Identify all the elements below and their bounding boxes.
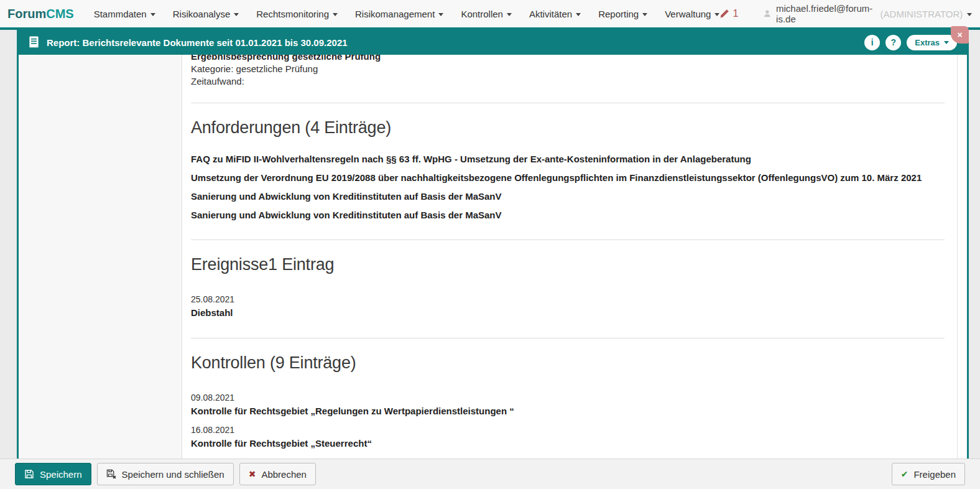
chevron-down-icon <box>333 13 338 16</box>
list-item: FAQ zu MiFID II-Wohlverhaltensregeln nac… <box>191 154 945 165</box>
entry-date: 16.08.2021 <box>191 424 945 437</box>
edit-count-indicator[interactable]: 1 <box>719 8 738 19</box>
cancel-button[interactable]: ✖ Abbrechen <box>239 463 316 485</box>
edit-count: 1 <box>733 8 738 19</box>
chevron-down-icon <box>234 13 239 16</box>
pencil-icon <box>719 9 729 19</box>
menu-label: Rechtsmonitoring <box>256 9 329 19</box>
navbar-accent-strip <box>0 27 980 30</box>
top-entry: Ergebnisbesprechung gesetzliche Prüfung … <box>191 55 945 88</box>
menu-aktivitaeten[interactable]: Aktivitäten <box>529 9 581 19</box>
list-item: 25.08.2021 Diebstahl <box>191 293 945 319</box>
anforderungen-list: FAQ zu MiFID II-Wohlverhaltensregeln nac… <box>191 154 945 221</box>
menu-label: Reporting <box>598 9 639 19</box>
chevron-down-icon <box>967 13 972 16</box>
person-icon <box>763 9 772 19</box>
menu-label: Aktivitäten <box>529 9 572 19</box>
extras-label: Extras <box>915 38 940 47</box>
extras-button[interactable]: Extras <box>907 35 957 50</box>
chevron-down-icon <box>944 41 949 44</box>
report-modal: Report: Berichtsrelevante Dokumente seit… <box>17 30 969 459</box>
report-content: Ergebnisbesprechung gesetzliche Prüfung … <box>182 55 957 459</box>
app-logo-part2: CMS <box>46 7 73 21</box>
entry-title: Kontrolle für Rechtsgebiet „Regelungen z… <box>191 404 945 417</box>
main-menu: Stammdaten Risikoanalyse Rechtsmonitorin… <box>94 9 720 19</box>
menu-label: Stammdaten <box>94 9 147 19</box>
list-item: Sanierung und Abwicklung von Kreditinsti… <box>191 210 945 221</box>
top-entry-category: Kategorie: gesetzliche Prüfung <box>191 63 945 75</box>
chevron-down-icon <box>576 13 581 16</box>
section-heading-anforderungen: Anforderungen (4 Einträge) <box>191 118 945 137</box>
cancel-button-label: Abbrechen <box>261 469 307 480</box>
menu-risikoanalyse[interactable]: Risikoanalyse <box>173 9 239 19</box>
info-button[interactable]: i <box>864 35 880 50</box>
entry-date: 09.08.2021 <box>191 391 945 404</box>
entry-title: Kontrolle für Rechtsgebiet „Steuerrecht“ <box>191 437 945 450</box>
help-icon: ? <box>890 37 896 47</box>
menu-label: Risikoanalyse <box>173 9 231 19</box>
entry-title: Diebstahl <box>191 306 945 319</box>
chevron-down-icon <box>438 13 443 16</box>
list-item: Umsetzung der Verordnung EU 2019/2088 üb… <box>191 172 945 184</box>
app-logo[interactable]: ForumCMS <box>7 7 74 21</box>
section-heading-ereignisse: Ereignisse1 Eintrag <box>191 255 945 274</box>
save-button[interactable]: Speichern <box>15 463 91 485</box>
list-item: 09.08.2021 Kontrolle für Rechtsgebiet „R… <box>191 391 945 417</box>
menu-reporting[interactable]: Reporting <box>598 9 647 19</box>
chevron-down-icon <box>150 13 155 16</box>
document-icon <box>28 35 40 49</box>
section-divider <box>191 103 945 103</box>
cancel-x-icon: ✖ <box>249 469 256 479</box>
footer-toolbar: Speichern Speichern und schließen ✖ Abbr… <box>0 459 980 489</box>
save-and-close-label: Speichern und schließen <box>122 469 224 480</box>
user-role: (ADMINISTRATOR) <box>881 9 963 19</box>
save-and-close-button[interactable]: Speichern und schließen <box>97 463 234 485</box>
info-icon: i <box>871 37 874 47</box>
checkmark-icon: ✔ <box>901 469 908 479</box>
user-menu[interactable]: michael.friedel@forum-is.de (ADMINISTRAT… <box>763 3 972 24</box>
top-entry-effort: Zeitaufwand: <box>191 75 945 88</box>
user-email: michael.friedel@forum-is.de <box>776 3 876 24</box>
ereignisse-list: 25.08.2021 Diebstahl <box>191 293 945 319</box>
chevron-down-icon <box>507 13 512 16</box>
menu-risikomanagement[interactable]: Risikomanagement <box>355 9 443 19</box>
menu-kontrollen[interactable]: Kontrollen <box>461 9 512 19</box>
menu-label: Verwaltung <box>665 9 711 19</box>
save-button-label: Speichern <box>40 469 82 480</box>
section-heading-kontrollen: Kontrollen (9 Einträge) <box>191 353 945 373</box>
chevron-down-icon <box>642 13 647 16</box>
modal-body: Ergebnisbesprechung gesetzliche Prüfung … <box>19 55 967 459</box>
save-close-icon <box>106 469 116 479</box>
menu-label: Kontrollen <box>461 9 503 19</box>
menu-verwaltung[interactable]: Verwaltung <box>665 9 719 19</box>
scrollbar-track[interactable] <box>957 55 967 459</box>
entry-date: 25.08.2021 <box>191 293 945 306</box>
release-button-label: Freigeben <box>913 469 956 480</box>
top-entry-title: Ergebnisbesprechung gesetzliche Prüfung <box>191 55 945 63</box>
section-divider <box>191 338 945 338</box>
modal-sidebar <box>19 55 182 459</box>
menu-rechtsmonitoring[interactable]: Rechtsmonitoring <box>256 9 338 19</box>
menu-stammdaten[interactable]: Stammdaten <box>94 9 155 19</box>
top-navbar: ForumCMS Stammdaten Risikoanalyse Rechts… <box>0 0 980 27</box>
modal-header: Report: Berichtsrelevante Dokumente seit… <box>19 30 967 55</box>
kontrollen-list: 09.08.2021 Kontrolle für Rechtsgebiet „R… <box>191 391 945 459</box>
list-item: 16.08.2021 Kontrolle für Rechtsgebiet „S… <box>191 424 945 450</box>
modal-close-button[interactable]: × <box>951 26 969 44</box>
navbar-right: 1 michael.friedel@forum-is.de (ADMINISTR… <box>719 2 980 26</box>
modal-title: Report: Berichtsrelevante Dokumente seit… <box>47 37 348 48</box>
app-logo-part1: Forum <box>7 7 46 21</box>
close-icon: × <box>957 30 962 40</box>
help-button[interactable]: ? <box>885 35 901 50</box>
list-item: Sanierung und Abwicklung von Kreditinsti… <box>191 191 945 202</box>
chevron-down-icon <box>714 13 719 16</box>
section-divider <box>191 240 945 240</box>
release-button[interactable]: ✔ Freigeben <box>892 463 965 485</box>
menu-label: Risikomanagement <box>355 9 435 19</box>
modal-header-buttons: i ? Extras <box>864 35 957 50</box>
save-icon <box>24 469 34 479</box>
